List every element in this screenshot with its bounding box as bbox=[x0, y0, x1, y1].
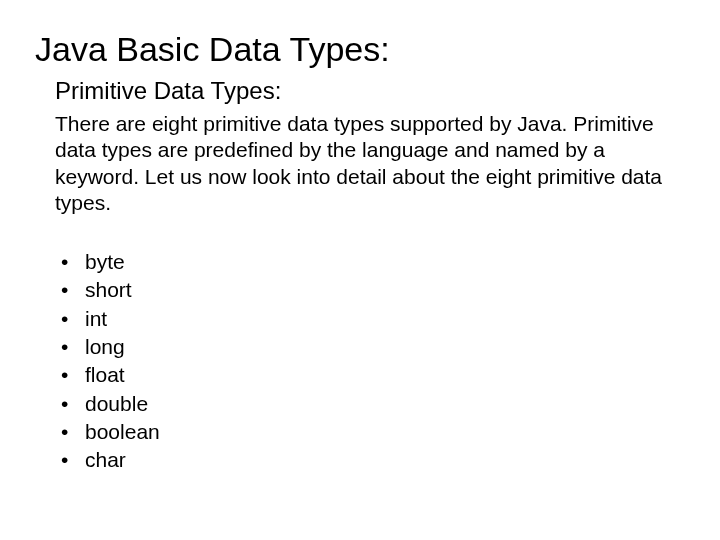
bullet-icon: • bbox=[61, 361, 85, 389]
list-item: • float bbox=[61, 361, 665, 389]
slide-title: Java Basic Data Types: bbox=[35, 30, 665, 69]
slide-subtitle: Primitive Data Types: bbox=[55, 77, 665, 105]
bullet-icon: • bbox=[61, 333, 85, 361]
bullet-icon: • bbox=[61, 276, 85, 304]
list-item-label: double bbox=[85, 390, 148, 418]
list-item-label: int bbox=[85, 305, 107, 333]
list-item: • short bbox=[61, 276, 665, 304]
slide-description: There are eight primitive data types sup… bbox=[55, 111, 665, 216]
list-item-label: long bbox=[85, 333, 125, 361]
bullet-icon: • bbox=[61, 418, 85, 446]
list-item: • double bbox=[61, 390, 665, 418]
list-item: • byte bbox=[61, 248, 665, 276]
bullet-icon: • bbox=[61, 248, 85, 276]
list-item: • char bbox=[61, 446, 665, 474]
list-item: • long bbox=[61, 333, 665, 361]
list-item-label: float bbox=[85, 361, 125, 389]
primitive-types-list: • byte • short • int • long • float • do… bbox=[55, 248, 665, 475]
bullet-icon: • bbox=[61, 390, 85, 418]
list-item: • int bbox=[61, 305, 665, 333]
bullet-icon: • bbox=[61, 305, 85, 333]
list-item-label: short bbox=[85, 276, 132, 304]
list-item-label: char bbox=[85, 446, 126, 474]
list-item: • boolean bbox=[61, 418, 665, 446]
bullet-icon: • bbox=[61, 446, 85, 474]
list-item-label: boolean bbox=[85, 418, 160, 446]
list-item-label: byte bbox=[85, 248, 125, 276]
